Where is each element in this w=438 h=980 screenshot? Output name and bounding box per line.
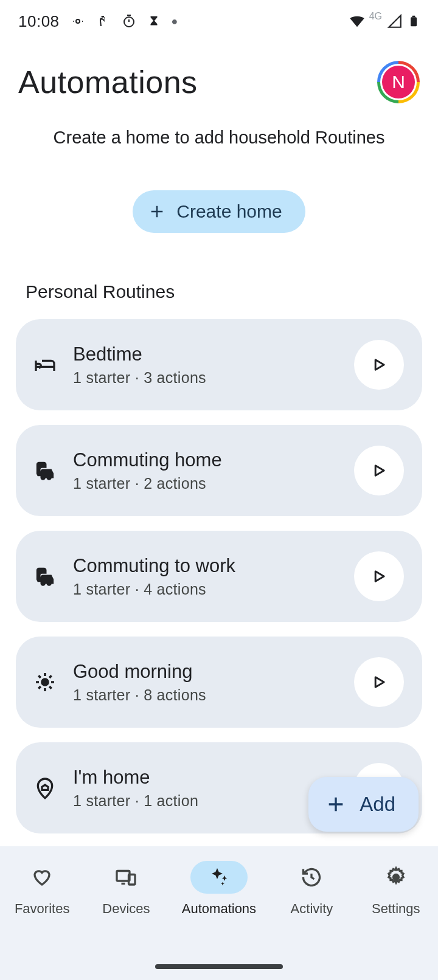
- subtitle-text: Create a home to add household Routines: [0, 122, 438, 148]
- battery-icon: [408, 13, 420, 30]
- devices-icon: [97, 861, 155, 894]
- svg-rect-3: [412, 16, 415, 18]
- play-button[interactable]: [354, 340, 404, 390]
- plus-icon: [325, 794, 346, 815]
- sun-icon: [30, 668, 60, 697]
- plus-icon: [148, 203, 165, 220]
- commute-icon: [30, 456, 60, 485]
- routine-title: Good morning: [73, 661, 341, 683]
- routine-title: Commuting home: [73, 449, 341, 471]
- nav-label: Automations: [182, 901, 256, 917]
- nav-label: Devices: [102, 901, 150, 917]
- signal-icon: [387, 13, 403, 29]
- routine-subtitle: 1 starter · 3 actions: [73, 369, 341, 387]
- gesture-icon: [96, 14, 111, 29]
- play-button[interactable]: [354, 657, 404, 707]
- routine-title: Commuting to work: [73, 555, 341, 577]
- timer-icon: [122, 14, 136, 29]
- add-fab[interactable]: Add: [308, 777, 419, 832]
- network-label: 4G: [369, 11, 382, 22]
- routine-card[interactable]: Good morning1 starter · 8 actions: [16, 637, 422, 728]
- create-home-label: Create home: [176, 201, 282, 222]
- nav-item-devices[interactable]: Devices: [97, 861, 155, 917]
- svg-point-4: [42, 679, 48, 685]
- broadcast-icon: [71, 14, 85, 29]
- page-title: Automations: [18, 64, 198, 100]
- heart-icon: [13, 861, 71, 894]
- dot-icon: ●: [172, 15, 178, 28]
- gesture-bar: [155, 964, 283, 969]
- play-button[interactable]: [354, 551, 404, 601]
- svg-point-8: [393, 875, 398, 880]
- routine-subtitle: 1 starter · 2 actions: [73, 475, 341, 492]
- app-header: Automations N: [0, 43, 438, 122]
- history-icon: [283, 861, 340, 894]
- routine-card[interactable]: Commuting to work1 starter · 4 actions: [16, 531, 422, 622]
- svg-point-0: [76, 19, 80, 23]
- nav-item-favorites[interactable]: Favorites: [13, 861, 71, 917]
- commute-icon: [30, 562, 60, 591]
- section-title: Personal Routines: [0, 281, 438, 319]
- loc-home-icon: [30, 773, 60, 802]
- nav-label: Settings: [372, 901, 420, 917]
- bottom-nav: FavoritesDevicesAutomationsActivitySetti…: [0, 846, 438, 980]
- avatar-letter: N: [382, 66, 415, 98]
- nav-label: Activity: [291, 901, 333, 917]
- bed-icon: [30, 350, 60, 379]
- routine-subtitle: 1 starter · 8 actions: [73, 686, 341, 704]
- status-bar: 10:08 ● 4G: [0, 0, 438, 43]
- svg-rect-7: [129, 875, 136, 885]
- play-button[interactable]: [354, 446, 404, 495]
- routine-title: Bedtime: [73, 343, 341, 365]
- sparkle-icon: [190, 861, 248, 894]
- nav-item-automations[interactable]: Automations: [182, 861, 256, 917]
- routine-subtitle: 1 starter · 4 actions: [73, 581, 341, 598]
- account-avatar[interactable]: N: [377, 61, 420, 103]
- svg-rect-2: [411, 17, 417, 26]
- nav-item-activity[interactable]: Activity: [283, 861, 340, 917]
- nav-label: Favorites: [15, 901, 69, 917]
- nav-item-settings[interactable]: Settings: [367, 861, 425, 917]
- routine-title: I'm home: [73, 767, 341, 788]
- hourglass-icon: [147, 15, 161, 28]
- create-home-button[interactable]: Create home: [133, 190, 305, 233]
- routine-card[interactable]: Commuting home1 starter · 2 actions: [16, 425, 422, 516]
- fab-label: Add: [360, 793, 395, 816]
- status-clock: 10:08: [18, 12, 60, 31]
- routine-card[interactable]: Bedtime1 starter · 3 actions: [16, 319, 422, 410]
- routine-subtitle: 1 starter · 1 action: [73, 792, 341, 810]
- gear-icon: [367, 861, 425, 894]
- wifi-icon: [349, 13, 366, 30]
